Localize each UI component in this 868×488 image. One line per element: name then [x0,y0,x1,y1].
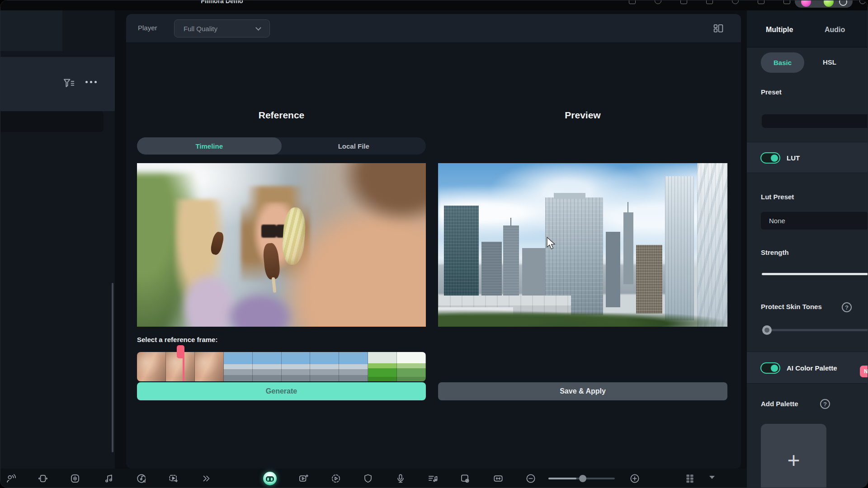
player-header: Player Full Quality [126,14,741,43]
tab-multiple[interactable]: Multiple [766,26,793,34]
tab-local-file[interactable]: Local File [282,137,426,155]
filmstrip-tile-city[interactable] [282,352,311,381]
lut-preset-label: Lut Preset [761,193,794,201]
strength-slider[interactable] [762,273,868,275]
titlebar: Filmora Demo [0,0,868,10]
ai-palette-toggle[interactable] [760,362,780,374]
zoom-in-icon[interactable] [629,473,641,484]
lut-toggle[interactable] [760,152,780,164]
filmstrip-tile-field[interactable] [368,352,397,381]
filmora-app-window: Filmora Demo Player Ful [0,0,868,488]
window-title: Filmora Demo [172,0,272,9]
sidebar-scrollbar[interactable] [112,283,113,452]
account-pill[interactable] [795,0,853,8]
add-palette-button[interactable]: + [761,424,826,488]
frame-marker-pin[interactable] [177,345,184,358]
audio-mixer-icon[interactable] [427,473,439,484]
player-panel: Player Full Quality Reference Preview Ti… [126,14,741,469]
player-layout-icon[interactable] [712,22,725,35]
preview-image [438,163,727,327]
flag-icon[interactable] [629,0,636,4]
ai-copilot-icon[interactable] [263,472,277,485]
more-icon[interactable] [85,81,97,83]
preview-title: Preview [438,109,727,122]
mask-icon[interactable] [732,0,739,4]
lut-preset-dropdown[interactable]: None [761,212,868,230]
video-effects-icon[interactable] [168,473,179,484]
filmstrip-tile-city[interactable] [224,352,253,381]
voice-effect-icon[interactable] [5,473,17,484]
fit-timeline-icon[interactable] [492,473,504,484]
protect-skin-knob[interactable] [762,325,772,335]
more-chevrons-icon[interactable] [200,473,212,484]
generate-button[interactable]: Generate [137,382,426,400]
filmstrip-tile-people[interactable] [195,352,224,381]
preset-dropdown[interactable] [762,114,868,128]
filmstrip-tile-city[interactable] [339,352,368,381]
adjust-panel-header: Multiple Audio [747,10,868,47]
account-icon [839,0,847,6]
ai-palette-label: AI Color Palette [787,364,837,372]
help-icon[interactable]: ? [820,399,830,409]
zoom-out-icon[interactable] [525,473,537,484]
quality-value: Full Quality [184,25,217,33]
svg-text:AI: AI [142,480,146,483]
music-icon[interactable] [103,473,115,484]
reference-title: Reference [137,109,426,122]
panel-layout-icon[interactable] [706,0,713,4]
mouse-cursor [546,237,558,250]
tab-audio[interactable]: Audio [825,26,845,34]
sidebar-filter-bar [0,57,115,111]
filmstrip-tile-field[interactable] [397,352,426,381]
quality-dropdown[interactable]: Full Quality [174,19,270,38]
avatar [824,0,834,7]
voiceover-mic-icon[interactable] [395,473,406,484]
search-icon[interactable] [655,0,661,4]
auto-reframe-icon[interactable] [37,473,49,484]
strength-label: Strength [761,249,789,256]
tab-basic[interactable]: Basic [761,52,804,73]
reference-image [137,163,426,327]
keyboard-icon[interactable] [680,0,687,4]
plus-icon: + [787,448,800,473]
filmstrip-tile-city[interactable] [310,352,339,381]
edit-icon[interactable] [758,0,764,4]
avatar [801,0,811,7]
filmstrip-tile-city[interactable] [253,352,282,381]
help-icon[interactable]: ? [842,302,852,312]
lut-label: LUT [787,154,800,162]
chevron-down-icon [255,25,261,31]
lut-preset-value: None [769,217,785,225]
timeline-zoom-knob[interactable] [579,475,586,482]
sidebar-corner-block [0,10,62,51]
user-icon[interactable] [859,0,866,4]
protect-skin-label: Protect Skin Tones [761,303,822,310]
media-sidebar [0,10,115,469]
track-grid-icon[interactable] [684,473,696,484]
lut-section: LUT [747,142,868,173]
filmstrip-tile-people[interactable] [137,352,166,381]
timeline-zoom-slider[interactable] [548,478,615,479]
shield-icon[interactable] [362,473,374,484]
audio-stretch-icon[interactable] [69,473,81,484]
preset-label: Preset [761,88,782,96]
screen-record-icon[interactable] [459,473,471,484]
media-list-item[interactable] [0,111,104,132]
ai-palette-section: AI Color Palette [747,352,868,384]
reference-source-tabs: Timeline Local File [137,137,426,155]
color-adjust-panel: Multiple Audio Basic HSL Preset LUT Lut … [747,10,868,488]
tab-hsl[interactable]: HSL [823,58,836,66]
render-preview-icon[interactable] [330,473,342,484]
bottom-toolbar: AI [0,469,747,488]
new-badge: N [860,366,868,377]
dropdown-caret-icon[interactable] [709,476,715,479]
filter-icon[interactable] [62,77,75,90]
player-label: Player [138,24,157,32]
add-palette-label: Add Palette [761,400,798,408]
save-apply-button[interactable]: Save & Apply [438,382,727,400]
tab-timeline[interactable]: Timeline [137,137,282,155]
ai-audio-icon[interactable]: AI [136,473,147,484]
protect-skin-slider[interactable] [762,329,868,331]
stats-icon[interactable] [783,0,790,4]
add-media-icon[interactable] [297,473,309,484]
